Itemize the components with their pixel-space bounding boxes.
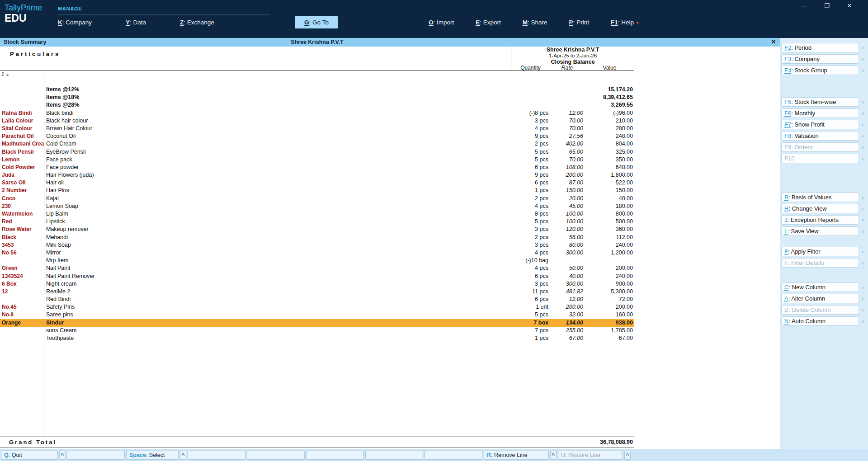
menu-item-data[interactable]: Y: Data [126,18,146,27]
stock-item-row[interactable]: Cold PowderFace powder6 pcs108.00648.00 [0,164,634,171]
stock-item-row[interactable]: Ratna BindiBlack bindi(-)8 pcs12.00(-)96… [0,109,634,117]
item-name-cell: Hair oil [44,179,497,187]
sidebar-button-exception-reports[interactable]: J: Exception Reports [781,215,859,225]
stock-item-row[interactable]: 3453Milk Soap3 pcs80.00240.00 [0,241,634,249]
bottombar-button-quit[interactable]: Q: Quit [1,451,58,460]
item-name-cell: Sindur [44,319,497,327]
stock-item-row[interactable]: No.45Safety Pins1 unt200.00200.00 [0,303,634,311]
item-quantity-cell: 1 unt [497,303,549,311]
collapse-chevron-icon[interactable]: ‹ [859,282,867,292]
item-alias-cell [0,94,44,101]
bottombar-button-select[interactable]: Space: Select [126,451,179,460]
sidebar-button-basis-of-values[interactable]: B: Basis of Values [781,193,859,202]
sidebar-button-change-view[interactable]: H: Change View [781,204,859,213]
scroll-caret-icon[interactable]: ^ [180,451,186,460]
sidebar-button-new-column[interactable]: C: New Column [781,282,859,292]
collapse-chevron-icon[interactable]: ‹ [859,43,867,52]
stock-item-row[interactable]: JudaHair Flowers (juda)9 pcs200.001,800.… [0,171,634,179]
collapse-chevron-icon[interactable]: ‹ [859,54,867,64]
stock-item-row[interactable]: WatermelonLip Balm8 pcs100.00800.00 [0,210,634,218]
close-window-icon[interactable]: ✕ [845,1,854,11]
stock-item-row[interactable]: Rose WaterMakeup remover3 pcs120.00360.0… [0,226,634,233]
collapse-chevron-icon[interactable]: ‹ [859,204,867,213]
stock-item-row[interactable]: Sarso OilHair oil6 pcs87.00522.00 [0,179,634,187]
collapse-chevron-icon[interactable]: ‹ [859,247,867,256]
item-value-cell: 180.00 [584,202,634,210]
scroll-up-icon[interactable]: ▲ [5,72,9,77]
scroll-caret-icon[interactable]: ^ [624,451,631,460]
collapse-chevron-icon[interactable]: ‹ [859,226,867,236]
stock-item-row[interactable]: Black PensilEyeBrow Pensil5 pcs65.00325.… [0,148,634,156]
stock-item-row[interactable]: BlackMehandi2 pcs56.00112.00 [0,234,634,241]
collapse-chevron-icon[interactable]: ‹ [859,316,867,326]
sidebar-button-stock-group[interactable]: F4: Stock Group [781,66,859,75]
menu-item-exchange[interactable]: Z: Exchange [180,18,214,27]
item-alias-cell: Orange [0,319,44,327]
scroll-caret-icon[interactable]: ^ [550,451,557,460]
stock-item-row[interactable]: Red Bindi6 pcs12.0072.00 [0,296,634,303]
collapse-chevron-icon[interactable]: ‹ [859,120,867,129]
stock-item-row[interactable]: No 56Mirror4 pcs300.001,200.00 [0,249,634,257]
stock-item-row[interactable]: 6 BoxNight cream3 pcs300.00900.00 [0,280,634,288]
scroll-caret-icon[interactable]: ^ [59,451,66,460]
item-rate-cell: 70.00 [549,117,584,125]
menu-item-share[interactable]: M: Share [523,18,547,27]
stock-group-row[interactable]: Items @28%3,269.55 [0,101,634,109]
menu-item-go-to[interactable]: G: Go To [295,16,338,28]
stock-item-row[interactable]: 230Lemon Soap4 pcs45.00180.00 [0,202,634,210]
stock-item-row[interactable]: 12RealMe 211 pcs481.825,300.00 [0,288,634,296]
sidebar-button-stock-item-wise[interactable]: F5: Stock Item-wise [781,97,859,107]
stock-item-row[interactable]: GreenNail Paint4 pcs50.00200.00 [0,264,634,272]
stock-item-row[interactable]: Madhubani CreamCold Cream2 pcs402.00804.… [0,140,634,148]
stock-item-row[interactable]: Parachut OilCoconut Oil9 pcs27.56248.00 [0,132,634,140]
item-alias-cell: Red [0,218,44,226]
stock-item-row[interactable]: Laila ColourBlack hair colour3 pcs70.002… [0,117,634,125]
collapse-chevron-icon[interactable]: ‹ [859,193,867,202]
collapse-chevron-icon[interactable]: ‹ [859,294,867,303]
stock-item-row[interactable]: Toothpaste1 pcs67.0067.00 [0,334,634,342]
collapse-chevron-icon[interactable]: ‹ [859,154,867,163]
report-close-icon[interactable]: ✕ [769,38,778,45]
stock-item-row[interactable]: suns Cream7 pcs255.001,785.00 [0,327,634,334]
bottombar-button-remove-line[interactable]: R: Remove Line [484,451,549,460]
stock-item-row[interactable]: 2 NumberHair Pins1 pcs150.00150.00 [0,187,634,194]
stock-item-row[interactable]: Mrp Item(-)10 bag [0,257,634,264]
minimize-icon[interactable]: — [800,1,808,11]
stock-item-row[interactable]: Sital ColourBrown Hair Colour4 pcs70.002… [0,125,634,132]
stock-item-row[interactable]: 1343524Nail Paint Remover6 pcs40.00240.0… [0,273,634,280]
header-period[interactable]: 1-Apr-25 to 2-Jan-26 [511,53,634,58]
sidebar-button-apply-filter[interactable]: F: Apply Filter [781,247,859,256]
sidebar-button-save-view[interactable]: L: Save View [781,226,859,236]
stock-item-row[interactable]: LemonFace pack5 pcs70.00350.00 [0,156,634,164]
item-quantity-cell: 6 pcs [497,179,549,187]
collapse-chevron-icon[interactable]: ‹ [859,97,867,107]
collapse-chevron-icon[interactable]: ‹ [859,66,867,75]
item-quantity-cell: 6 pcs [497,273,549,280]
collapse-chevron-icon[interactable]: ‹ [859,305,867,315]
stock-item-row[interactable]: No.8Saree pins5 pcs32.00160.00 [0,311,634,319]
item-rate-cell: 87.00 [549,179,584,187]
sidebar-button-alter-column[interactable]: A: Alter Column [781,294,859,303]
stock-item-row[interactable]: CocoKajal2 pcs20.0040.00 [0,195,634,202]
collapse-chevron-icon[interactable]: ‹ [859,131,867,141]
collapse-chevron-icon[interactable]: ‹ [859,142,867,152]
menu-item-help[interactable]: F1: Help● [611,18,639,27]
menu-item-export[interactable]: E: Export [476,18,501,27]
menu-item-print[interactable]: P: Print [569,18,589,27]
sidebar-button-auto-column[interactable]: N: Auto Column [781,316,859,326]
sidebar-button-period[interactable]: F2: Period [781,43,859,52]
collapse-chevron-icon[interactable]: ‹ [859,108,867,118]
collapse-chevron-icon[interactable]: ‹ [859,215,867,225]
collapse-chevron-icon[interactable]: ‹ [859,258,867,268]
sidebar-button-monthly[interactable]: F6: Monthly [781,108,859,118]
maximize-icon[interactable]: ❐ [823,1,831,11]
menu-item-company[interactable]: K: Company [58,18,92,27]
stock-item-row[interactable]: RedLipstick5 pcs100.00500.00 [0,218,634,226]
sidebar-button-valuation[interactable]: F8: Valuation [781,131,859,141]
stock-group-row[interactable]: Items @18%8,39,412.65 [0,94,634,101]
sidebar-button-show-profit[interactable]: F7: Show Profit [781,120,859,129]
stock-item-row[interactable]: OrangeSindur7 box134.00938.00 [0,319,634,327]
stock-group-row[interactable]: Items @12%15,174.20 [0,86,634,94]
menu-item-import[interactable]: O: Import [429,18,454,27]
sidebar-button-company[interactable]: F3: Company [781,54,859,64]
